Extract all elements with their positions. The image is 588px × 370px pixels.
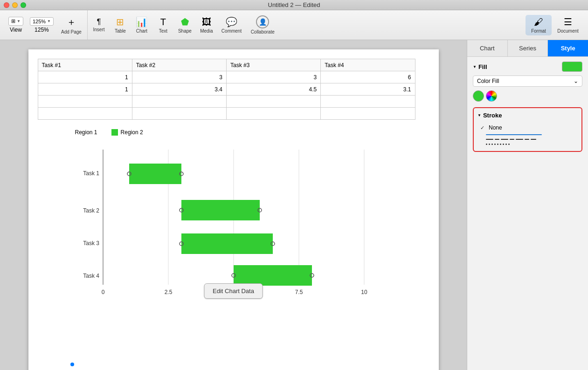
chart-label: Chart <box>136 28 147 34</box>
legend-label-region2: Region 2 <box>121 129 143 136</box>
tab-chart[interactable]: Chart <box>467 40 508 56</box>
window-controls[interactable] <box>4 2 26 8</box>
table-cell: 3.4 <box>132 83 226 96</box>
table-icon: ⊞ <box>116 16 124 27</box>
panel-content: ▼ Fill Color Fill ⌄ ▼ Stroke <box>467 57 588 370</box>
edit-chart-data-button[interactable]: Edit Chart Data <box>204 283 263 299</box>
table-cell <box>132 96 226 108</box>
text-button[interactable]: T Text <box>153 15 173 35</box>
text-label: Text <box>159 28 167 34</box>
tab-series[interactable]: Series <box>508 40 548 56</box>
legend-item-region2: Region 2 <box>111 129 143 136</box>
stroke-label: Stroke <box>483 112 502 119</box>
shape-label: Shape <box>178 28 192 34</box>
table-header-task1: Task #1 <box>38 59 132 71</box>
view-group: ⊞ ▼ View 125% ▼ 125% ＋ Add Page <box>4 10 88 40</box>
color-options-row <box>473 90 582 102</box>
document-button[interactable]: ☰ Document <box>552 14 584 35</box>
table-cell <box>227 96 321 108</box>
comment-icon: 💬 <box>226 16 237 27</box>
fill-triangle-icon: ▼ <box>473 65 477 69</box>
add-page-button[interactable]: ＋ Add Page <box>57 14 85 36</box>
svg-text:2.5: 2.5 <box>164 289 172 295</box>
add-page-label: Add Page <box>61 29 82 34</box>
right-panel: Chart Series Style ▼ Fill Color Fill ⌄ <box>467 40 588 370</box>
table-cell <box>227 108 321 120</box>
svg-text:Task 4: Task 4 <box>83 273 99 279</box>
svg-text:Task 1: Task 1 <box>83 170 99 177</box>
collaborate-icon: 👤 <box>256 15 269 28</box>
table-row: 1 3.4 4.5 3.1 <box>38 83 415 96</box>
text-icon: T <box>160 17 166 27</box>
color-wheel[interactable] <box>486 90 497 102</box>
canvas-area[interactable]: Task #1 Task #2 Task #3 Task #4 1 3 3 6 … <box>0 40 467 370</box>
fill-title: ▼ Fill <box>473 63 487 70</box>
maximize-button[interactable] <box>21 2 26 8</box>
solid-line-preview <box>486 134 542 135</box>
svg-text:Task 2: Task 2 <box>83 207 99 214</box>
window-title: Untitled 2 — Edited <box>268 1 320 8</box>
table-header-row: Task #1 Task #2 Task #3 Task #4 <box>38 59 415 71</box>
stroke-none-option[interactable]: ✓ None <box>477 123 578 133</box>
zoom-chevron-icon: ▼ <box>47 19 51 23</box>
media-button[interactable]: 🖼 Media <box>196 15 217 35</box>
media-icon: 🖼 <box>202 17 211 27</box>
format-label: Format <box>531 28 546 34</box>
bar-task1 <box>129 164 181 184</box>
legend-item-region1: Region 1 <box>75 129 97 136</box>
stroke-header: ▼ Stroke <box>477 112 578 119</box>
color-fill-dropdown[interactable]: Color Fill ⌄ <box>473 75 582 87</box>
fill-section-header: ▼ Fill <box>473 62 582 72</box>
stroke-triangle-icon: ▼ <box>477 113 481 117</box>
stroke-dashed-option[interactable] <box>477 137 578 141</box>
bar-task3 <box>181 233 273 254</box>
view-chevron-icon: ▼ <box>17 19 21 23</box>
view-selector[interactable]: ⊞ ▼ <box>8 17 23 26</box>
title-bar: Untitled 2 — Edited <box>0 0 588 10</box>
fill-label: Fill <box>478 63 487 70</box>
table-cell: 3 <box>227 71 321 83</box>
table-header-task3: Task #3 <box>227 59 321 71</box>
fill-type-label: Color Fill <box>477 78 499 84</box>
table-cell <box>321 96 415 108</box>
main-area: Task #1 Task #2 Task #3 Task #4 1 3 3 6 … <box>0 40 588 370</box>
panel-tabs: Chart Series Style <box>467 40 588 57</box>
table-cell: 6 <box>321 71 415 83</box>
chart-button[interactable]: 📊 Chart <box>131 14 152 35</box>
svg-text:7.5: 7.5 <box>295 289 303 295</box>
table-row: 1 3 3 6 <box>38 71 415 83</box>
format-button[interactable]: 🖌 Format <box>526 15 552 35</box>
format-icon: 🖌 <box>534 17 543 27</box>
stroke-solid-option[interactable] <box>477 133 578 137</box>
table-cell: 1 <box>38 71 132 83</box>
svg-text:0: 0 <box>101 289 104 295</box>
table-button[interactable]: ⊞ Table <box>110 14 131 35</box>
insert-button[interactable]: ¶ Insert <box>89 16 109 34</box>
dashed-line-preview <box>486 139 536 140</box>
shape-button[interactable]: ⬟ Shape <box>174 14 195 35</box>
svg-text:10: 10 <box>361 289 367 295</box>
shape-icon: ⬟ <box>181 16 189 27</box>
media-label: Media <box>200 28 213 34</box>
close-button[interactable] <box>4 2 9 8</box>
document-icon: ☰ <box>564 16 572 27</box>
stroke-section: ▼ Stroke ✓ None <box>473 107 582 152</box>
chart-svg: 0 2.5 5 7.5 10 Task 1 Task 2 Task 3 Task… <box>66 140 411 308</box>
minimize-button[interactable] <box>12 2 18 8</box>
collaborate-button[interactable]: 👤 Collaborate <box>246 14 279 36</box>
stroke-none-label: None <box>489 124 502 131</box>
chart-icon: 📊 <box>136 16 147 27</box>
tab-style[interactable]: Style <box>548 40 588 56</box>
bar-task2 <box>181 200 260 220</box>
svg-text:Task 3: Task 3 <box>83 240 99 247</box>
stroke-dotted-option[interactable] <box>477 142 578 146</box>
fill-color-swatch[interactable] <box>562 62 582 72</box>
zoom-selector[interactable]: 125% ▼ <box>30 17 54 26</box>
comment-button[interactable]: 💬 Comment <box>218 14 245 35</box>
grid-icon: ⊞ <box>11 18 15 24</box>
toolbar: ⊞ ▼ View 125% ▼ 125% ＋ Add Page ¶ Insert… <box>0 10 588 40</box>
table-row <box>38 108 415 120</box>
checkmark-icon: ✓ <box>480 125 486 131</box>
color-swatch[interactable] <box>473 90 484 102</box>
bar-task4 <box>234 265 312 286</box>
